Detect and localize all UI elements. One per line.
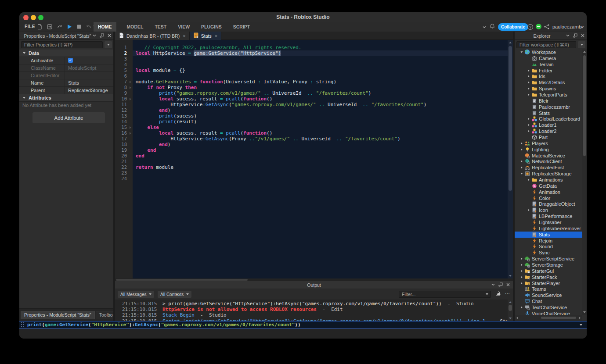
tree-item-ids[interactable]: Ids (515, 73, 582, 79)
output-more-icon[interactable]: ⋯ (505, 291, 510, 296)
editor-tab[interactable]: Stats× (190, 32, 221, 40)
play-icon[interactable] (66, 23, 73, 30)
tree-item-terrain[interactable]: Terrain (515, 61, 582, 68)
tree-item-chat[interactable]: Chat (515, 298, 582, 304)
notifications-icon[interactable] (489, 23, 495, 29)
menu-tab-view[interactable]: VIEW (173, 22, 194, 32)
menu-tab-test[interactable]: TEST (150, 22, 171, 32)
tree-item-bleir[interactable]: Bleir (515, 98, 582, 104)
collapse-arrow-icon[interactable] (519, 166, 524, 169)
share-icon[interactable] (544, 24, 550, 30)
collapse-arrow-icon[interactable] (526, 81, 531, 84)
user-menu-chevron-icon[interactable] (580, 25, 584, 29)
collapse-arrow-icon[interactable] (519, 257, 524, 260)
tree-item-startergui[interactable]: StarterGui (515, 268, 582, 274)
fold-arrow-icon[interactable] (130, 126, 131, 129)
tree-item-teleportparts[interactable]: TeleportParts (515, 92, 582, 98)
collapse-arrow-icon[interactable] (519, 142, 524, 145)
tree-item-loader2[interactable]: Loader2 (515, 128, 582, 134)
tree-item-lightsaber[interactable]: Lightsaber (515, 219, 582, 225)
tree-item-sound[interactable]: Sound (515, 244, 582, 250)
fold-arrow-icon[interactable] (130, 132, 131, 135)
tree-item-voicechatservice[interactable]: VoiceChatService (515, 310, 582, 315)
tree-item-spawns[interactable]: Spawns (515, 86, 582, 92)
section-header-attributes[interactable]: Attributes (19, 94, 113, 102)
collapse-arrow-icon[interactable] (526, 75, 531, 78)
property-value[interactable]: ✓ (65, 57, 113, 64)
explorer-close-icon[interactable] (581, 33, 585, 38)
menu-tab-model[interactable]: MODEL (123, 22, 148, 32)
collaborate-button[interactable]: Collaborate (498, 23, 528, 31)
username[interactable]: paulocezarnbr (552, 24, 583, 29)
clear-output-icon[interactable] (494, 291, 501, 297)
tree-item-rejoin[interactable]: Rejoin (515, 238, 582, 244)
tree-item-camera[interactable]: Camera (515, 55, 582, 61)
code-lines[interactable]: -- // Copyright 2022, paulocezarnbr, All… (133, 40, 508, 278)
collapse-arrow-icon[interactable] (519, 276, 524, 278)
tree-item-animation[interactable]: Animation (515, 189, 582, 195)
collapse-arrow-icon[interactable] (519, 160, 524, 163)
tree-item-serverscriptservice[interactable]: ServerScriptService (515, 256, 582, 262)
tree-item-color[interactable]: Color (515, 195, 582, 201)
tree-item-misc-details[interactable]: Misc/Details (515, 79, 582, 86)
command-bar-chevron-icon[interactable] (580, 324, 582, 326)
close-tab-icon[interactable]: × (215, 33, 217, 39)
tree-item-lighting[interactable]: Lighting (515, 146, 582, 153)
tree-item-loader1[interactable]: Loader1 (515, 122, 582, 128)
tree-item-textchatservice[interactable]: TextChatService (515, 304, 582, 310)
presence-status-icon[interactable] (536, 24, 541, 29)
tree-item-getdata[interactable]: GetData (515, 183, 582, 189)
code-editor[interactable]: 123456789101112131415161718192021222324 … (115, 40, 513, 278)
tree-item-part[interactable]: Part (515, 134, 582, 140)
undo-icon[interactable] (85, 23, 92, 30)
output-filter-input[interactable]: Filter... (399, 291, 491, 298)
collapse-arrow-icon[interactable] (526, 209, 531, 211)
editor-vscrollbar[interactable] (508, 40, 513, 278)
tree-item-materialservice[interactable]: MaterialService (515, 153, 582, 159)
expand-arrow-icon[interactable] (519, 173, 524, 175)
properties-collapse-icon[interactable] (92, 33, 97, 38)
menu-tab-script[interactable]: SCRIPT (229, 22, 255, 32)
tree-item-stats[interactable]: Stats (515, 232, 582, 238)
collapse-arrow-icon[interactable] (519, 282, 524, 285)
tree-item-starterpack[interactable]: StarterPack (515, 274, 582, 280)
tree-item-draggableobject[interactable]: DraggableObject (515, 201, 582, 207)
tree-item-icon[interactable]: Icon (515, 207, 582, 213)
stop-icon[interactable] (76, 23, 83, 30)
explorer-filter-dropdown[interactable] (578, 41, 585, 48)
collapse-arrow-icon[interactable] (519, 148, 524, 151)
explorer-filter-input[interactable]: Filter workspace (⇧⌘X) (516, 41, 576, 48)
editor-tab[interactable]: Dancinhas BR - (TTD BR)× (115, 32, 190, 40)
properties-filter-input[interactable]: Filter Properties (⇧⌘P) (21, 41, 103, 48)
output-float-icon[interactable] (498, 282, 503, 287)
dock-tab-properties[interactable]: Properties - ModuleScript "Stats" (21, 311, 95, 319)
explorer-float-icon[interactable] (573, 33, 577, 38)
collapse-arrow-icon[interactable] (519, 270, 524, 272)
tree-item-replicatedstorage[interactable]: ReplicatedStorage (515, 171, 582, 177)
collapse-arrow-icon[interactable] (519, 264, 524, 266)
archivable-checkbox[interactable]: ✓ (68, 58, 73, 63)
messages-filter-dropdown[interactable]: All Messages (118, 291, 154, 298)
explorer-hscrollbar[interactable] (515, 315, 582, 321)
fold-arrow-icon[interactable] (130, 86, 131, 89)
fold-arrow-icon[interactable] (130, 81, 131, 83)
collapse-arrow-icon[interactable] (526, 87, 531, 90)
collapse-arrow-icon[interactable] (526, 124, 531, 126)
fold-arrow-icon[interactable] (130, 98, 131, 100)
collapse-arrow-icon[interactable] (526, 93, 531, 96)
tree-item-replicatedfirst[interactable]: ReplicatedFirst (515, 164, 582, 171)
explorer-vscrollbar[interactable] (582, 49, 587, 315)
explorer-collapse-icon[interactable] (566, 33, 570, 38)
menu-tab-plugins[interactable]: PLUGINS (197, 22, 226, 32)
tree-item-teams[interactable]: Teams (515, 286, 582, 293)
command-bar[interactable]: print(game:GetService("HttpService"):Get… (19, 321, 587, 328)
tree-item-animations[interactable]: Animations (515, 177, 582, 183)
output-log[interactable]: 21:15:10.815> print(game:GetService("Htt… (115, 300, 513, 321)
redo-icon[interactable] (56, 23, 63, 30)
new-file-icon[interactable] (36, 23, 43, 30)
insert-icon[interactable] (46, 23, 53, 30)
tree-item-soundservice[interactable]: SoundService (515, 292, 582, 298)
tree-item-sync[interactable]: Sync (515, 250, 582, 256)
collapse-arrow-icon[interactable] (526, 118, 531, 120)
tree-item-paulocezarnbr[interactable]: Paulocezarnbr (515, 104, 582, 110)
